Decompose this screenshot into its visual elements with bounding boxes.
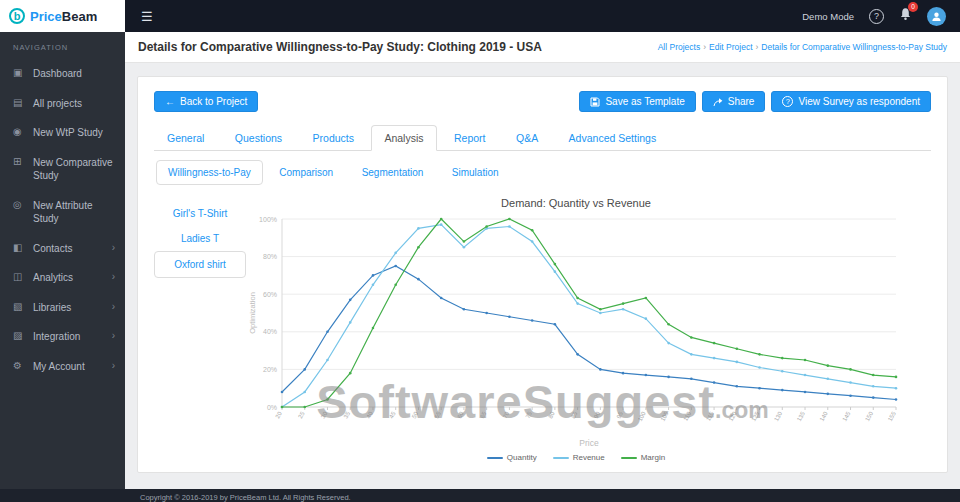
back-arrow-icon: ← — [165, 96, 175, 107]
sidebar-section-label: NAVIGATION — [0, 32, 125, 59]
svg-text:95: 95 — [616, 410, 625, 419]
legend-item-margin[interactable]: Margin — [621, 453, 665, 462]
legend-swatch-revenue — [553, 457, 569, 459]
libraries-icon: ▧ — [13, 301, 25, 312]
tab-advanced-settings[interactable]: Advanced Settings — [556, 125, 670, 151]
sidebar-item-new-wtp-study[interactable]: ◉ New WtP Study — [0, 118, 125, 148]
svg-text:80%: 80% — [263, 253, 277, 260]
svg-text:40: 40 — [365, 410, 374, 419]
sidebar-item-dashboard[interactable]: ▣ Dashboard — [0, 59, 125, 89]
page-title: Details for Comparative Willingness-to-P… — [138, 40, 542, 54]
pricebeam-logo-icon: b — [9, 8, 25, 24]
svg-text:75: 75 — [525, 410, 534, 419]
sidebar-item-all-projects[interactable]: ▤ All projects — [0, 89, 125, 119]
svg-text:110: 110 — [682, 410, 692, 422]
integration-icon: ▨ — [13, 330, 25, 341]
sidebar-item-label: New WtP Study — [33, 126, 115, 140]
back-button-label: Back to Project — [180, 96, 247, 107]
tab-report[interactable]: Report — [441, 125, 499, 151]
user-icon — [931, 11, 942, 22]
study-details-card: ← Back to Project Save as Template Share — [137, 76, 948, 473]
svg-text:155: 155 — [887, 410, 897, 422]
chevron-right-icon: › — [112, 301, 115, 312]
legend-item-revenue[interactable]: Revenue — [553, 453, 605, 462]
svg-text:60%: 60% — [263, 291, 277, 298]
copyright-text: Copyright © 2016-2019 by PriceBeam Ltd. … — [140, 493, 351, 502]
product-tab-girls-tshirt[interactable]: Girl's T-Shirt — [154, 201, 246, 226]
svg-text:40%: 40% — [263, 328, 277, 335]
account-icon: ⚙ — [13, 360, 25, 371]
sidebar-item-new-comparative-study[interactable]: ⊞ New Comparative Study — [0, 148, 125, 191]
brand-logo[interactable]: b PriceBeam — [0, 0, 125, 32]
demo-mode-menu[interactable]: Demo Mode — [802, 11, 854, 22]
tab-products[interactable]: Products — [300, 125, 367, 151]
subtab-segmentation[interactable]: Segmentation — [350, 160, 436, 185]
svg-text:25: 25 — [297, 410, 306, 419]
content: ← Back to Project Save as Template Share — [125, 63, 960, 486]
breadcrumb-edit-project[interactable]: Edit Project — [709, 42, 752, 52]
subtab-simulation[interactable]: Simulation — [440, 160, 511, 185]
product-tab-oxford-shirt[interactable]: Oxford shirt — [154, 251, 246, 278]
sidebar-item-label: My Account — [33, 360, 104, 374]
share-label: Share — [728, 96, 755, 107]
chart-column: Demand: Quantity vs Revenue 0%20%40%60%8… — [246, 193, 931, 462]
legend-swatch-margin — [621, 457, 637, 459]
svg-text:100%: 100% — [259, 216, 277, 223]
svg-text:45: 45 — [388, 410, 397, 419]
sidebar-item-label: Contacts — [33, 242, 104, 256]
analysis-subtabs: Willingness-to-Pay Comparison Segmentati… — [154, 160, 931, 185]
save-as-template-button[interactable]: Save as Template — [579, 91, 695, 112]
breadcrumb-current[interactable]: Details for Comparative Willingness-to-P… — [761, 42, 947, 52]
tab-analysis[interactable]: Analysis — [371, 125, 436, 151]
svg-text:120: 120 — [728, 410, 738, 422]
sidebar-item-new-attribute-study[interactable]: ◎ New Attribute Study — [0, 191, 125, 234]
sidebar-item-libraries[interactable]: ▧ Libraries › — [0, 293, 125, 323]
analytics-icon: ◫ — [13, 271, 25, 282]
user-avatar[interactable] — [927, 7, 946, 26]
topbar: b PriceBeam ☰ Demo Mode ? 0 — [0, 0, 960, 32]
main-area: Details for Comparative Willingness-to-P… — [125, 32, 960, 489]
brand-name-primary: Price — [30, 9, 62, 24]
view-survey-button[interactable]: ? View Survey as respondent — [771, 91, 931, 112]
contacts-icon: ◧ — [13, 242, 25, 253]
help-icon[interactable]: ? — [869, 9, 884, 24]
share-icon — [713, 97, 723, 107]
sidebar-item-analytics[interactable]: ◫ Analytics › — [0, 263, 125, 293]
subtab-willingness-to-pay[interactable]: Willingness-to-Pay — [156, 160, 263, 185]
tab-qa[interactable]: Q&A — [503, 125, 551, 151]
footer: Copyright © 2016-2019 by PriceBeam Ltd. … — [0, 489, 960, 502]
page-header: Details for Comparative Willingness-to-P… — [125, 32, 960, 63]
svg-text:30: 30 — [320, 410, 329, 419]
svg-text:145: 145 — [841, 410, 851, 422]
legend-item-quantity[interactable]: Quantity — [487, 453, 537, 462]
card-toolbar: ← Back to Project Save as Template Share — [154, 91, 931, 112]
share-button[interactable]: Share — [702, 91, 766, 112]
dashboard-icon: ▣ — [13, 67, 25, 78]
sidebar-item-label: Libraries — [33, 301, 104, 315]
svg-text:125: 125 — [750, 410, 760, 422]
sidebar-item-integration[interactable]: ▨ Integration › — [0, 322, 125, 352]
sidebar-item-label: New Attribute Study — [33, 199, 115, 226]
chevron-right-icon: › — [112, 360, 115, 371]
tab-general[interactable]: General — [154, 125, 217, 151]
legend-label: Quantity — [507, 453, 537, 462]
legend-swatch-quantity — [487, 457, 503, 459]
subtab-comparison[interactable]: Comparison — [267, 160, 345, 185]
sidebar: NAVIGATION ▣ Dashboard ▤ All projects ◉ … — [0, 32, 125, 502]
svg-text:65: 65 — [479, 410, 488, 419]
product-tab-ladies-t[interactable]: Ladies T — [154, 226, 246, 251]
topbar-right: Demo Mode ? 0 — [802, 7, 960, 26]
tab-questions[interactable]: Questions — [222, 125, 295, 151]
svg-text:50: 50 — [411, 410, 420, 419]
hamburger-menu-icon[interactable]: ☰ — [125, 9, 169, 24]
notifications-button[interactable]: 0 — [899, 7, 912, 25]
save-as-template-label: Save as Template — [605, 96, 684, 107]
breadcrumb-all-projects[interactable]: All Projects — [658, 42, 701, 52]
sidebar-item-my-account[interactable]: ⚙ My Account › — [0, 352, 125, 382]
back-to-project-button[interactable]: ← Back to Project — [154, 91, 258, 112]
sidebar-item-label: Analytics — [33, 271, 104, 285]
svg-text:55: 55 — [434, 410, 443, 419]
sidebar-item-contacts[interactable]: ◧ Contacts › — [0, 234, 125, 264]
svg-text:105: 105 — [659, 410, 669, 422]
chart-title: Demand: Quantity vs Revenue — [246, 197, 906, 209]
